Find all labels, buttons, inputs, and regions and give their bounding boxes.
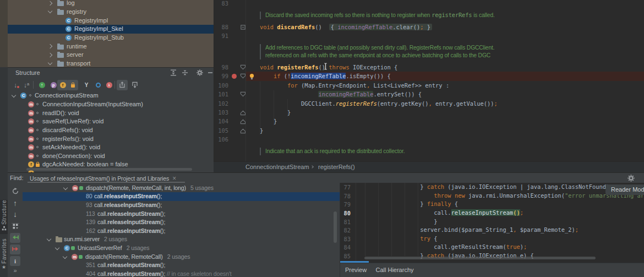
show-lambdas-toggle[interactable]: λ — [103, 80, 114, 90]
show-anonymous-classes-toggle[interactable]: Y — [81, 80, 92, 90]
sort-by-visibility-toggle[interactable]: ↓ — [11, 80, 22, 90]
code-line[interactable]: DGCClient.registerRefs(entry.getKey(), e… — [246, 99, 498, 108]
chevron-down-icon[interactable] — [47, 237, 51, 241]
show-non-public-toggle[interactable] — [67, 80, 78, 90]
fold-marker-down-icon[interactable] — [240, 64, 245, 69]
project-tree-item[interactable]: CRegistryImpl_Skel — [8, 25, 214, 34]
fold-marker-down-icon[interactable] — [240, 73, 245, 78]
autoscroll-from-source-toggle[interactable] — [129, 80, 140, 90]
find-settings-button[interactable] — [626, 174, 635, 183]
editor-pane[interactable]: 83Discard the saved incoming refs so the… — [214, 0, 644, 161]
code-line[interactable]: try { — [358, 235, 438, 243]
project-tree-item[interactable]: runtime — [8, 42, 214, 51]
breakpoint-icon[interactable] — [232, 74, 237, 79]
usage-tree-row[interactable]: 139 call.releaseInputStream(); — [8, 218, 340, 227]
chevron-down-icon[interactable] — [63, 254, 67, 258]
chevron-right-icon[interactable] — [48, 44, 52, 48]
code-line[interactable]: } — [246, 117, 277, 126]
chevron-down-icon[interactable] — [48, 9, 52, 13]
structure-tree-item[interactable]: mConnectionInputStream(InputStream) — [8, 100, 214, 109]
breadcrumb-class[interactable]: ConnectionInputStream — [245, 164, 309, 170]
code-line[interactable]: throw new java.rmi.UnmarshalException("e… — [358, 192, 644, 200]
folded-region[interactable]: { incomingRefTable.clear(); } — [329, 24, 432, 30]
fold-marker-down-icon[interactable] — [240, 91, 245, 96]
structure-tree-item[interactable]: msaveRef(LiveRef): void — [8, 117, 214, 126]
fold-marker-box-icon[interactable] — [240, 24, 245, 29]
mouse-ibeam-cursor — [323, 63, 328, 70]
usage-preview-editor[interactable]: 77 } catch (java.io.IOException | java.l… — [340, 183, 644, 263]
structure-tree-item[interactable]: mdone(Connection): void — [8, 152, 214, 161]
autoscroll-to-source-toggle[interactable] — [117, 80, 128, 90]
autoscroll-from-source-glyph — [132, 82, 138, 89]
show-inherited-toggle[interactable]: ↑ — [36, 80, 47, 90]
usage-tree-row[interactable]: 113 call.releaseInputStream(); — [8, 210, 340, 219]
code-line[interactable]: } — [358, 218, 438, 226]
usage-tree-row[interactable]: mdispatch(Remote, RemoteCall)2 usages — [8, 253, 340, 262]
usage-tree-row[interactable]: 93 call.releaseInputStream(); — [8, 201, 340, 210]
method-icon: m — [72, 185, 78, 191]
code-line[interactable]: void registerRefs() throws IOException { — [246, 63, 397, 72]
usage-code-text: call.releaseInputStream(); // in case sk… — [97, 270, 232, 277]
usage-count: 2 usages — [127, 245, 150, 251]
usage-tree-row[interactable]: 351 call.releaseInputStream(); — [8, 261, 340, 270]
find-tree-vscrollbar[interactable] — [334, 211, 337, 243]
usage-tree-row[interactable]: sun.rmi.server2 usages — [8, 235, 340, 244]
usage-mark-icon — [79, 186, 83, 190]
usage-tree-row[interactable]: mdispatch(Remote, RemoteCall, int, long)… — [8, 184, 340, 193]
line-number: 98 — [214, 63, 228, 72]
code-line[interactable]: } — [246, 108, 291, 117]
tab-call-hierarchy[interactable]: Call Hierarchy — [375, 267, 413, 273]
hide-button[interactable] — [206, 69, 214, 78]
tool-window-button-structure[interactable]: Structure — [0, 200, 8, 234]
project-tree-item[interactable]: CRegistryImpl — [8, 17, 214, 25]
structure-hscrollbar[interactable] — [26, 168, 192, 171]
gear-button[interactable] — [195, 69, 204, 78]
usage-tree-row[interactable]: CUnicastServerRef2 usages — [8, 244, 340, 253]
code-line[interactable]: for (Map.Entry<Endpoint, List<LiveRef>> … — [246, 81, 449, 90]
code-line[interactable]: incomingRefTable.entrySet()) { — [246, 90, 422, 99]
show-fields-toggle[interactable]: f — [57, 80, 68, 90]
group-methods-toggle[interactable] — [92, 80, 103, 90]
chevron-right-icon[interactable] — [48, 1, 52, 5]
code-line[interactable]: server.bind($param_String_1, $param_Remo… — [358, 226, 578, 235]
fold-marker-up-icon[interactable] — [240, 128, 245, 133]
code-line[interactable]: if (!incomingRefTable.isEmpty()) { — [246, 72, 391, 80]
code-line[interactable]: } catch (java.io.IOException | java.lang… — [358, 183, 644, 192]
expand-all-button[interactable] — [169, 69, 178, 78]
collapse-all-button[interactable] — [181, 69, 189, 78]
chevron-right-icon[interactable] — [48, 52, 52, 57]
code-line[interactable]: void discardRefs(){ incomingRefTable.cle… — [246, 23, 432, 31]
structure-tree-item[interactable]: mdiscardRefs(): void — [8, 126, 214, 135]
tool-window-button-favorites[interactable]: Favorites★ — [0, 238, 8, 273]
preview-hscrollbar[interactable] — [364, 257, 596, 260]
code-line[interactable]: } finally { — [358, 200, 458, 209]
project-tree-item[interactable]: registry — [8, 8, 214, 17]
chevron-down-icon[interactable] — [48, 61, 52, 65]
code-line[interactable]: call.releaseInputStream(); — [358, 209, 523, 218]
structure-tree-item[interactable]: CConnectionInputStream — [8, 91, 214, 100]
reader-mode-toggle[interactable]: Reader Mode — [605, 184, 644, 195]
project-tree-item[interactable]: CRegistryImpl_Stub — [8, 34, 214, 42]
fold-marker-up-icon[interactable] — [240, 110, 245, 115]
project-tree-item[interactable]: server — [8, 51, 214, 59]
structure-tree-item[interactable]: mregisterRefs(): void — [8, 135, 214, 144]
fold-marker-up-icon[interactable] — [240, 118, 245, 123]
code-line[interactable]: call.getResultStream(true); — [358, 243, 527, 252]
project-tree-item[interactable]: log — [8, 0, 214, 8]
project-tree-item[interactable]: transport — [8, 59, 214, 67]
structure-tree-item[interactable]: msetAckNeeded(): void — [8, 143, 214, 152]
breadcrumb-method[interactable]: registerRefs() — [318, 164, 355, 170]
usage-tree-row[interactable]: 162 call.releaseInputStream(); — [8, 227, 340, 236]
usage-mark-icon — [79, 255, 83, 259]
folder-icon — [57, 1, 64, 6]
chevron-down-icon[interactable] — [63, 185, 68, 189]
find-tab-title[interactable]: Usages of releaseInputStream() in Projec… — [30, 175, 169, 182]
chevron-down-icon[interactable] — [55, 246, 59, 250]
usage-tree-row[interactable]: 80 call.releaseInputStream(); — [8, 192, 340, 201]
code-line[interactable]: } — [246, 126, 263, 135]
structure-tree-item[interactable]: mreadID(): void — [8, 109, 214, 118]
tab-preview[interactable]: Preview — [345, 267, 367, 273]
chevron-down-icon[interactable] — [12, 93, 16, 97]
usage-tree-row[interactable]: 404 call.releaseInputStream(); // in cas… — [8, 270, 340, 277]
sort-alphabetically-toggle[interactable]: ↓a — [21, 80, 32, 90]
